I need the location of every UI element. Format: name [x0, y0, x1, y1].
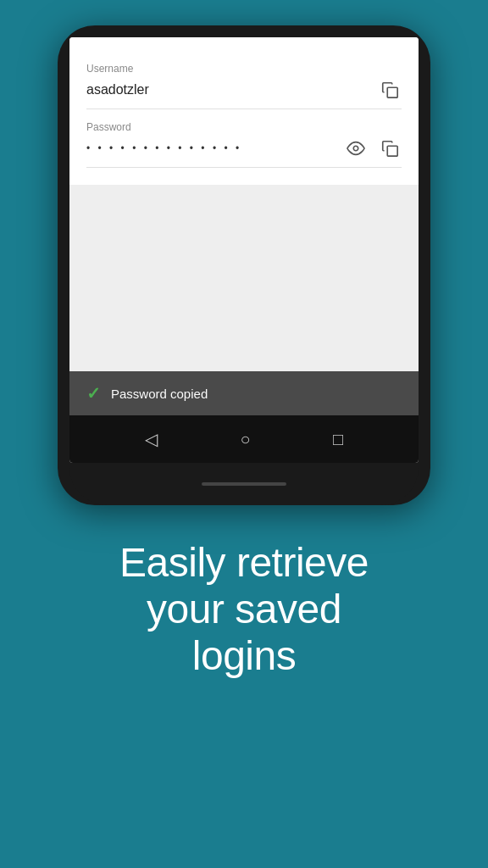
headline-text: Easily retrieve your saved logins [119, 539, 369, 680]
back-button[interactable]: ◁ [145, 429, 158, 449]
home-button[interactable]: ○ [240, 430, 250, 449]
headline-line2: your saved [147, 587, 341, 632]
password-icons [344, 136, 402, 160]
toast-notification: ✓ Password copied [69, 371, 419, 415]
headline-line3: logins [192, 633, 296, 678]
bottom-headline: Easily retrieve your saved logins [94, 539, 394, 680]
home-pill [202, 482, 286, 486]
username-icons [378, 78, 402, 102]
phone-outer: Username asadotzler [58, 25, 430, 505]
username-value: asadotzler [86, 82, 378, 97]
username-section: Username asadotzler [86, 63, 402, 109]
headline-line1: Easily retrieve [119, 540, 369, 585]
password-row: • • • • • • • • • • • • • • [86, 136, 402, 168]
svg-rect-0 [387, 87, 397, 97]
password-reveal-button[interactable] [344, 136, 368, 160]
navigation-bar: ◁ ○ □ [69, 415, 419, 463]
svg-rect-2 [387, 146, 397, 156]
username-row: asadotzler [86, 78, 402, 109]
password-copy-button[interactable] [378, 136, 402, 160]
phone-chin [69, 463, 419, 505]
toast-check-icon: ✓ [86, 383, 101, 403]
recents-button[interactable]: □ [333, 430, 343, 449]
gray-content-area [69, 185, 419, 371]
phone-wrapper: Username asadotzler [49, 25, 439, 505]
password-value: • • • • • • • • • • • • • • [86, 142, 344, 154]
svg-point-1 [353, 146, 358, 151]
toast-message: Password copied [111, 387, 208, 401]
phone-screen: Username asadotzler [69, 37, 419, 463]
username-copy-button[interactable] [378, 78, 402, 102]
username-label: Username [86, 63, 402, 75]
password-section: Password • • • • • • • • • • • • • • [86, 121, 402, 168]
card-area: Username asadotzler [69, 37, 419, 185]
password-label: Password [86, 121, 402, 133]
